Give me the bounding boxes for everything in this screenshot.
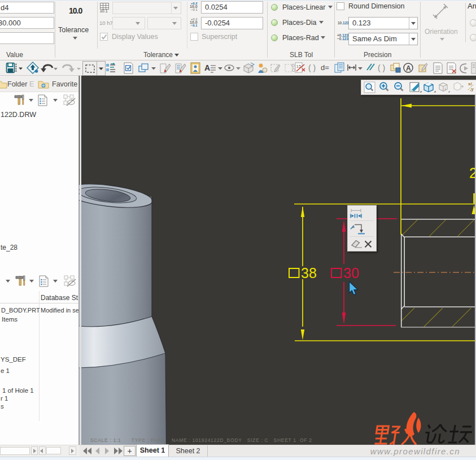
svg-text:d=: d= xyxy=(321,63,329,72)
svg-text:A: A xyxy=(406,64,411,72)
svg-text:( ): ( ) xyxy=(308,63,316,72)
svg-text:( ): ( ) xyxy=(378,63,385,72)
svg-text:15: 15 xyxy=(296,64,302,69)
svg-text:A: A xyxy=(204,63,210,72)
svg-text:,y: ,y xyxy=(470,86,474,92)
svg-text:38: 38 xyxy=(301,265,317,281)
svg-text:30: 30 xyxy=(343,265,359,281)
svg-text:x/: x/ xyxy=(468,81,472,86)
